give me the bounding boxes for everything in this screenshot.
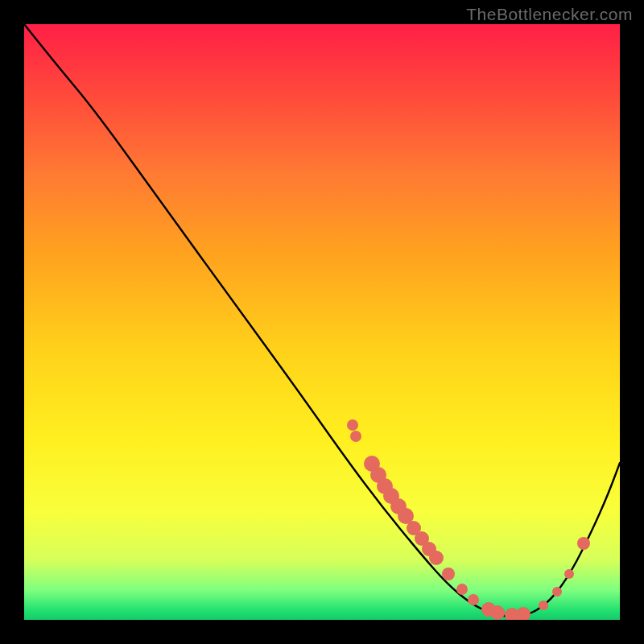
chart-stage: TheBottlenecker.com [0,0,644,644]
plot-area [24,24,620,620]
curve-marker [429,551,444,565]
curve-marker [577,537,590,550]
bottleneck-curve [24,24,620,617]
curve-marker [552,587,562,597]
curve-marker [347,419,358,431]
curve-layer [24,24,620,620]
curve-marker [442,568,455,580]
curve-marker [539,601,548,610]
curve-marker [456,584,468,595]
curve-marker [468,594,479,605]
watermark-text: TheBottlenecker.com [466,5,633,24]
curve-marker [564,569,574,579]
curve-marker [350,431,361,442]
curve-markers [347,419,590,620]
curve-marker [490,605,505,620]
curve-marker [516,607,530,620]
